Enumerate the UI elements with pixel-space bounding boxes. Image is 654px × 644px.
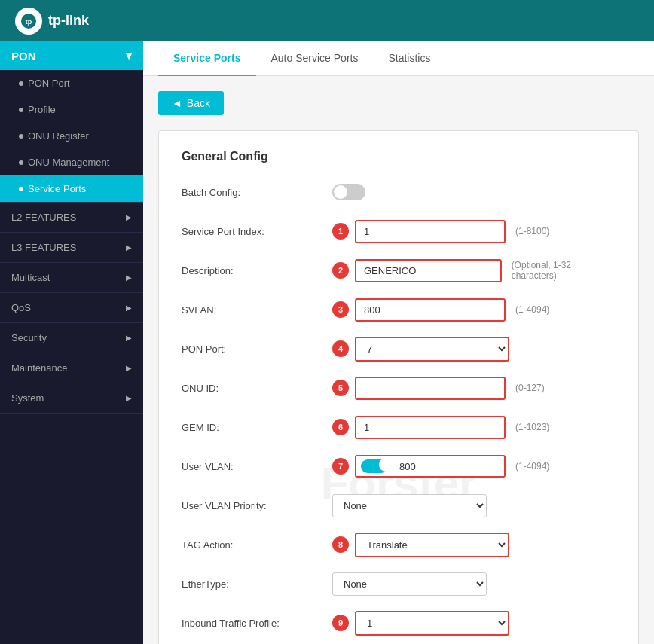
tabs-bar: Service Ports Auto Service Ports Statist… [143,41,654,76]
security-chevron-icon: ▶ [126,334,132,342]
sidebar-item-service-ports[interactable]: Service Ports [0,175,143,202]
maintenance-chevron-icon: ▶ [126,364,132,372]
sidebar-onu-register-label: ONU Register [28,130,89,142]
pon-port-row: PON Port: 4 1 2 3 4 5 6 7 8 [182,335,616,362]
tab-service-ports[interactable]: Service Ports [158,41,256,76]
user-vlan-hint: (1-4094) [515,461,549,472]
user-vlan-input[interactable] [393,457,504,476]
dot-icon [19,81,23,86]
ethertype-select[interactable]: None 0x8100 0x88A8 0x9100 [332,572,487,596]
sidebar-item-profile[interactable]: Profile [0,96,143,123]
service-port-index-input[interactable] [355,220,506,243]
content-area: ◄ Back Forster General Config Batch Conf… [143,76,654,644]
dot-icon [19,160,23,165]
user-vlan-priority-control: None 0 1 2 3 4 5 6 7 [332,494,487,517]
sidebar-item-onu-register[interactable]: ONU Register [0,123,143,149]
gem-id-input[interactable] [355,416,506,439]
inbound-traffic-select[interactable]: 1 2 3 [355,611,509,636]
gem-id-row: GEM ID: 6 (1-1023) [182,414,616,441]
l2-chevron-icon: ▶ [126,213,132,221]
sidebar-l3-label: L3 FEATURES [11,242,76,253]
sidebar-pon-header[interactable]: PON ▾ [0,41,143,70]
badge-1: 1 [332,223,349,240]
sidebar-maintenance-header[interactable]: Maintenance ▶ [0,353,143,383]
sidebar-security-header[interactable]: Security ▶ [0,323,143,353]
sidebar-group-multicast: Multicast ▶ [0,263,143,293]
sidebar-group-qos: QoS ▶ [0,293,143,323]
header: tp tp-link [0,0,654,41]
dot-icon [19,134,23,139]
svlan-input[interactable] [355,298,506,322]
sidebar-item-onu-management[interactable]: ONU Management [0,149,143,175]
general-config-card: Forster General Config Batch Config: Ser… [158,130,639,644]
batch-config-toggle[interactable] [332,184,365,200]
sidebar-service-ports-label: Service Ports [28,183,86,194]
tag-action-control: 8 Translate Add Remove Replace [332,533,509,557]
onu-id-input[interactable] [355,377,506,400]
service-port-index-label: Service Port Index: [182,226,332,237]
sidebar-l3-header[interactable]: L3 FEATURES ▶ [0,233,143,262]
inbound-traffic-control: 9 1 2 3 [332,611,509,636]
user-vlan-priority-select[interactable]: None 0 1 2 3 4 5 6 7 [332,494,487,517]
form-title: General Config [182,150,616,163]
user-vlan-input-group [355,455,506,478]
description-input[interactable] [355,259,502,282]
onu-id-label: ONU ID: [182,383,332,394]
sidebar-pon-items: PON Port Profile ONU Register ONU Manage… [0,70,143,203]
badge-9: 9 [332,615,349,631]
user-vlan-priority-label: User VLAN Priority: [182,500,332,511]
service-port-index-row: Service Port Index: 1 (1-8100) [182,218,616,245]
dot-icon [19,108,23,112]
badge-5: 5 [332,380,349,396]
ethertype-row: EtherType: None 0x8100 0x88A8 0x9100 [182,570,616,597]
badge-2: 2 [332,262,349,279]
back-label: Back [187,97,210,109]
system-chevron-icon: ▶ [126,394,132,402]
sidebar-pon-label: PON [11,50,36,63]
gem-id-hint: (1-1023) [515,422,549,432]
sidebar-l2-label: L2 FEATURES [11,212,76,223]
main-layout: PON ▾ PON Port Profile ONU Register ONU … [0,41,654,644]
sidebar-security-label: Security [11,332,47,343]
sidebar-system-header[interactable]: System ▶ [0,383,143,413]
user-vlan-label: User VLAN: [182,461,332,472]
pon-port-select[interactable]: 1 2 3 4 5 6 7 8 [355,337,509,362]
ethertype-label: EtherType: [182,578,332,590]
sidebar-l2-header[interactable]: L2 FEATURES ▶ [0,203,143,232]
description-label: Description: [182,265,332,276]
ethertype-control: None 0x8100 0x88A8 0x9100 [332,572,487,596]
back-arrow-icon: ◄ [172,97,182,109]
sidebar-group-maintenance: Maintenance ▶ [0,353,143,383]
sidebar-system-label: System [11,392,44,404]
sidebar-maintenance-label: Maintenance [11,362,67,374]
logo-text: tp-link [48,13,89,29]
sidebar: PON ▾ PON Port Profile ONU Register ONU … [0,41,143,644]
gem-id-label: GEM ID: [182,422,332,433]
logo-icon: tp [15,8,42,35]
tag-action-label: TAG Action: [182,539,332,551]
sidebar-qos-header[interactable]: QoS ▶ [0,293,143,322]
tab-statistics[interactable]: Statistics [373,41,445,76]
sidebar-group-system: System ▶ [0,383,143,414]
service-port-index-control: 1 (1-8100) [332,220,549,243]
pon-port-label: PON Port: [182,343,332,355]
svlan-row: SVLAN: 3 (1-4094) [182,296,616,323]
sidebar-multicast-header[interactable]: Multicast ▶ [0,263,143,292]
sidebar-multicast-label: Multicast [11,272,50,283]
sidebar-pon-port-label: PON Port [28,78,70,89]
inbound-traffic-row: Inbound Traffic Profile: 9 1 2 3 [182,609,616,636]
badge-7: 7 [332,458,349,475]
tab-auto-service-ports[interactable]: Auto Service Ports [256,41,374,76]
sidebar-item-pon-port[interactable]: PON Port [0,70,143,96]
user-vlan-row: User VLAN: 7 (1-4094) [182,453,616,480]
back-button[interactable]: ◄ Back [158,91,224,115]
user-vlan-slider [361,459,388,473]
sidebar-onu-management-label: ONU Management [28,157,109,168]
onu-id-hint: (0-127) [515,383,545,393]
batch-config-row: Batch Config: [182,179,616,206]
svlan-label: SVLAN: [182,304,332,316]
tag-action-select[interactable]: Translate Add Remove Replace [355,533,509,557]
dot-icon [19,187,23,191]
sidebar-group-l2: L2 FEATURES ▶ [0,203,143,233]
user-vlan-toggle[interactable] [361,459,388,473]
